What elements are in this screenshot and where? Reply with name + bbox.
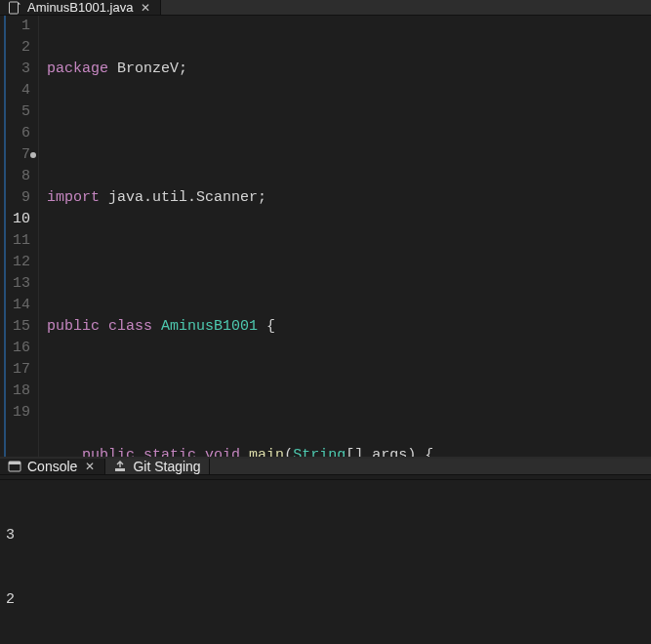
line-number: 14 bbox=[10, 295, 30, 316]
console-line: 2 bbox=[6, 589, 645, 611]
console-line: 3 bbox=[6, 525, 645, 546]
editor-tab[interactable]: AminusB1001.java ✕ bbox=[0, 0, 161, 15]
tab-console[interactable]: Console ✕ bbox=[0, 459, 105, 474]
code-line: import java.util.Scanner; bbox=[47, 187, 651, 209]
tab-console-label: Console bbox=[27, 459, 77, 474]
code-area[interactable]: package BronzeV; import java.util.Scanne… bbox=[39, 16, 651, 457]
breakpoint-marker[interactable] bbox=[30, 152, 36, 158]
line-number: 17 bbox=[10, 359, 30, 381]
tab-git-staging-label: Git Staging bbox=[133, 459, 200, 474]
line-number: 11 bbox=[10, 230, 30, 252]
code-line bbox=[47, 381, 651, 402]
java-file-icon bbox=[8, 1, 21, 15]
line-number: 7 bbox=[10, 144, 30, 166]
git-staging-icon bbox=[113, 460, 127, 473]
line-number: 1 bbox=[10, 16, 30, 37]
line-number: 10 bbox=[10, 209, 30, 230]
line-number: 6 bbox=[10, 123, 30, 144]
line-number: 18 bbox=[10, 381, 30, 402]
bottom-panel-tab-bar: Console ✕ Git Staging bbox=[0, 459, 651, 475]
line-number: 16 bbox=[10, 338, 30, 359]
console-output[interactable]: 3 2 1 bbox=[0, 480, 651, 644]
code-editor[interactable]: 1 2 3 4 5 6 7 8 9 10 11 12 13 14 15 16 1… bbox=[0, 16, 651, 457]
tab-git-staging[interactable]: Git Staging bbox=[105, 459, 209, 474]
close-icon[interactable]: ✕ bbox=[83, 460, 97, 473]
console-icon bbox=[8, 460, 21, 473]
editor-tab-bar: AminusB1001.java ✕ bbox=[0, 0, 651, 16]
line-number: 15 bbox=[10, 316, 30, 338]
line-number: 4 bbox=[10, 80, 30, 101]
svg-rect-3 bbox=[115, 468, 125, 471]
code-line bbox=[47, 252, 651, 273]
line-number: 12 bbox=[10, 252, 30, 273]
line-number: 3 bbox=[10, 59, 30, 80]
line-number-gutter: 1 2 3 4 5 6 7 8 9 10 11 12 13 14 15 16 1… bbox=[6, 16, 39, 457]
editor-tab-label: AminusB1001.java bbox=[27, 0, 133, 15]
line-number: 19 bbox=[10, 402, 30, 423]
code-line: package BronzeV; bbox=[47, 59, 651, 80]
line-number: 9 bbox=[10, 187, 30, 209]
line-number: 8 bbox=[10, 166, 30, 187]
line-number: 2 bbox=[10, 37, 30, 59]
svg-rect-0 bbox=[10, 2, 19, 14]
code-line bbox=[47, 123, 651, 144]
close-icon[interactable]: ✕ bbox=[139, 1, 152, 15]
code-line: public class AminusB1001 { bbox=[47, 316, 651, 338]
line-number: 5 bbox=[10, 101, 30, 123]
svg-rect-2 bbox=[9, 462, 20, 464]
code-line: public static void main(String[] args) { bbox=[47, 445, 651, 457]
line-number: 13 bbox=[10, 273, 30, 295]
